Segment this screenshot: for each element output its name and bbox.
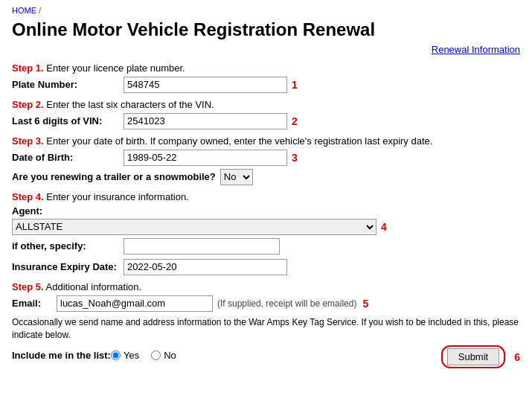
submit-button-wrapper: Submit [441, 345, 505, 368]
step3-label: Step 3. [12, 135, 44, 147]
step1-description: Enter your licence plate number. [46, 63, 185, 74]
step5-description: Additional information. [46, 281, 142, 292]
insurance-expiry-label: Insurance Expiry Date: [12, 261, 124, 272]
email-label: Email: [12, 298, 57, 309]
email-note: (If supplied, receipt will be emailed) [217, 298, 356, 309]
vin-label: Last 6 digits of VIN: [12, 115, 124, 126]
include-yes-label: Yes [124, 350, 139, 361]
step4-description: Enter your insurance information. [46, 191, 188, 202]
step3-badge: 3 [292, 152, 298, 164]
war-amps-text: Occasionally we send name and address in… [12, 316, 520, 342]
step3-description: Enter your date of birth. If company own… [46, 135, 432, 147]
insurance-expiry-input[interactable] [124, 259, 287, 275]
plate-number-input[interactable] [124, 77, 287, 93]
step5-badge: 5 [362, 298, 368, 310]
agent-select[interactable]: ALLSTATE OTHER [12, 219, 376, 235]
trailer-label: Are you renewing a trailer or a snowmobi… [12, 171, 216, 182]
breadcrumb-separator: / [39, 6, 41, 15]
step4-badge: 4 [381, 221, 387, 233]
step6-badge: 6 [514, 351, 520, 363]
include-yes-option[interactable]: Yes [111, 350, 139, 361]
renewal-info-link[interactable]: Renewal Information [432, 44, 520, 55]
step2-label: Step 2. [12, 99, 44, 110]
page-title: Online Motor Vehicle Registration Renewa… [12, 19, 520, 41]
submit-button[interactable]: Submit [447, 348, 499, 365]
dob-label: Date of Birth: [12, 152, 124, 163]
if-other-input[interactable] [124, 238, 280, 254]
step2-badge: 2 [292, 115, 298, 127]
include-no-label: No [164, 350, 176, 361]
include-no-option[interactable]: No [151, 350, 176, 361]
trailer-select[interactable]: No Yes [220, 169, 253, 185]
email-input[interactable] [57, 295, 213, 312]
breadcrumb: HOME / [12, 6, 520, 15]
include-label: Include me in the list: [12, 350, 111, 361]
home-link[interactable]: HOME [12, 6, 36, 15]
step5-label: Step 5. [12, 281, 44, 292]
step2-description: Enter the last six characters of the VIN… [46, 99, 214, 110]
include-yes-radio[interactable] [111, 350, 121, 360]
include-no-radio[interactable] [151, 350, 161, 360]
dob-input[interactable] [124, 150, 287, 166]
if-other-label: if other, specify: [12, 240, 124, 252]
step1-badge: 1 [292, 79, 298, 91]
vin-input[interactable] [124, 113, 287, 129]
agent-label: Agent: [12, 205, 42, 217]
step1-label: Step 1. [12, 63, 44, 74]
step4-label: Step 4. [12, 191, 44, 202]
plate-number-label: Plate Number: [12, 79, 124, 90]
